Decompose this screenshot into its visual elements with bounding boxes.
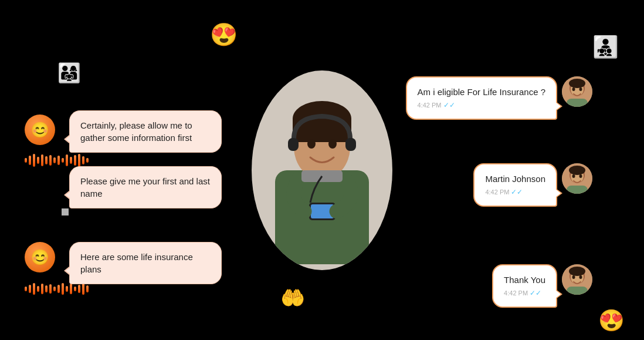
user-message-3: Thank You 4:42 PM ✓✓ (492, 264, 557, 308)
check-icon-1: ✓✓ (443, 100, 455, 110)
svg-point-23 (569, 166, 585, 175)
svg-point-17 (572, 87, 575, 91)
user-avatar-3 (562, 264, 592, 295)
user-avatar-1 (562, 76, 592, 107)
user-message-2: Martin Johnson 4:42 PM ✓✓ (473, 163, 557, 207)
svg-point-25 (579, 174, 582, 178)
svg-point-16 (569, 79, 585, 88)
user-avatar-2 (562, 163, 592, 194)
check-icon-3: ✓✓ (530, 288, 541, 298)
bot-avatar-1: 😊 (25, 115, 55, 145)
emoji-top-center: 😍 (210, 23, 238, 46)
svg-point-32 (579, 275, 582, 279)
bot-message-1: Certainly, please allow me to gather som… (69, 110, 222, 153)
bot-message-3: Here are some life insurance plans (69, 242, 222, 284)
emoji-family-top-left: 👨‍👩‍👧 (57, 63, 81, 82)
svg-point-30 (569, 267, 585, 276)
svg-point-31 (572, 275, 575, 279)
check-icon-2: ✓✓ (511, 187, 523, 197)
emoji-family-top-right: 👨‍👧‍👦 (592, 36, 619, 58)
svg-rect-7 (288, 138, 299, 151)
svg-point-24 (572, 174, 575, 178)
audio-wave-1 (25, 154, 89, 167)
decoration-dot (62, 208, 69, 216)
bot-avatar-2: 😊 (25, 242, 55, 272)
chat-scene: 😍 👨‍👩‍👧 👨‍👧‍👦 🤲 😍 😊 (0, 0, 644, 340)
svg-rect-8 (345, 138, 356, 151)
svg-point-6 (328, 139, 337, 149)
svg-rect-29 (567, 287, 588, 295)
emoji-bottom-right: 😍 (598, 310, 625, 331)
svg-point-18 (579, 87, 582, 91)
emoji-bottom-center: 🤲 (280, 288, 305, 308)
svg-point-5 (307, 139, 316, 149)
audio-wave-2 (25, 283, 89, 295)
user-message-1: Am i eligible For Life Insurance ? 4:42 … (406, 76, 557, 120)
person-image (252, 70, 392, 270)
svg-rect-15 (567, 99, 588, 107)
svg-rect-22 (567, 186, 588, 194)
bot-message-2: Please give me your first and last name (69, 166, 222, 208)
